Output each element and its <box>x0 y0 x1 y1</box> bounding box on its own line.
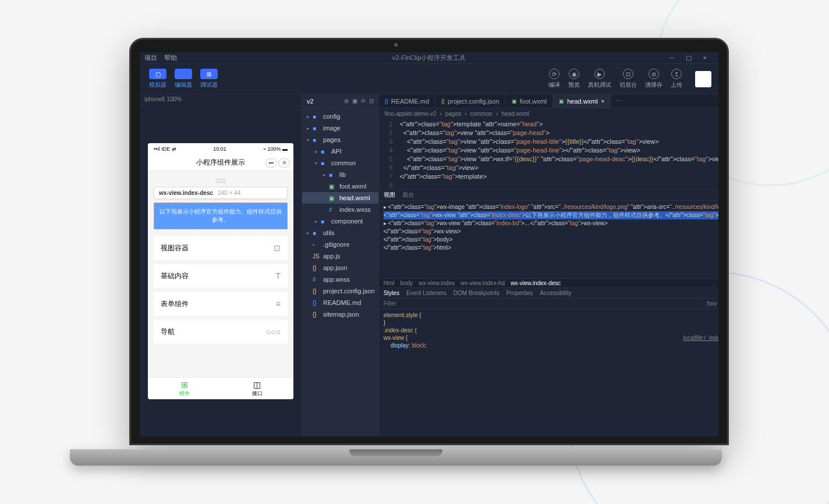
action-切后台[interactable]: ⊡切后台 <box>619 69 637 89</box>
breadcrumb-segment[interactable]: fino-applet-demo-v2 <box>385 111 437 117</box>
element-breadcrumb[interactable]: htmlbodywx-view.indexwx-view.index-hdwx-… <box>379 278 718 288</box>
component-item[interactable]: 导航○○○ <box>154 320 288 343</box>
tool-调试器[interactable]: ⊞调试器 <box>198 69 220 89</box>
editor-tab-head.wxml[interactable]: ▣head.wxml× <box>553 94 611 108</box>
styles-tab-Styles[interactable]: Styles <box>384 290 399 296</box>
tree-item-index.wxss[interactable]: #index.wxss <box>302 204 378 215</box>
element-node[interactable]: </"attr">class="tag">html> <box>384 244 718 252</box>
file-icon: ■ <box>329 172 337 178</box>
element-crumb[interactable]: body <box>401 280 413 286</box>
tab-more-icon[interactable]: ⋯ <box>611 94 626 108</box>
phone-simulator[interactable]: ••ıl IDE ⇌ 10:01 ⌁ 100% ▬ 小程序组件展示 ••• ⊙ <box>148 143 293 399</box>
component-icon: ○○○ <box>266 327 281 336</box>
tree-item-API[interactable]: ▸■API <box>302 145 378 157</box>
code-line[interactable]: <"attr">class="tag">view "attr">class="p… <box>400 129 718 137</box>
code-area[interactable]: 12345678 <"attr">class="tag">template "a… <box>379 119 718 189</box>
action-上传[interactable]: ↥上传 <box>671 69 682 89</box>
devtools-tab-视图[interactable]: 视图 <box>384 191 395 199</box>
tree-item-app.wxss[interactable]: #app.wxss <box>302 274 378 285</box>
phone-statusbar: ••ıl IDE ⇌ 10:01 ⌁ 100% ▬ <box>148 143 293 155</box>
tool-icon: ▢ <box>149 69 166 79</box>
highlighted-element[interactable]: 以下用展示小程序官方组件能力。组件样式仅供参考。 <box>154 203 288 229</box>
breadcrumb[interactable]: fino-applet-demo-v2 › pages › common › h… <box>379 108 718 119</box>
tool-编辑器[interactable]: 编辑器 <box>172 69 194 89</box>
tree-item-image[interactable]: ▸■image <box>302 122 378 134</box>
styles-tab-DOM Breakpoints[interactable]: DOM Breakpoints <box>454 290 499 296</box>
tree-item-head.wxml[interactable]: ▣head.wxml <box>302 192 378 204</box>
tree-item-common[interactable]: ▾■common <box>302 157 378 169</box>
component-item[interactable]: 表单组件≡ <box>154 292 288 315</box>
tree-item-README.md[interactable]: {}README.md <box>302 297 378 308</box>
element-node[interactable]: </"attr">class="tag">body> <box>384 236 718 244</box>
action-预览[interactable]: ◉预览 <box>568 69 580 89</box>
phone-tab-组件[interactable]: ⊞组件 <box>148 378 221 399</box>
code-line[interactable]: <"attr">class="tag">view "attr">wx:if="{… <box>400 155 718 164</box>
line-gutter: 12345678 <box>379 119 396 189</box>
collapse-icon[interactable]: ⊟ <box>369 98 374 104</box>
breadcrumb-segment[interactable]: head.wxml <box>501 111 529 117</box>
code-line[interactable]: </"attr">class="tag">template> <box>400 172 718 181</box>
code-line[interactable]: </"attr">class="tag">view> <box>400 164 718 172</box>
tool-模拟器[interactable]: ▢模拟器 <box>147 69 169 89</box>
css-selector: .index-desc { <box>384 327 417 333</box>
file-name: app.json <box>323 264 348 271</box>
element-crumb[interactable]: wx-view.index-hd <box>460 280 505 286</box>
styles-tab-Accessibility[interactable]: Accessibility <box>540 290 571 296</box>
editor-tab-foot.wxml[interactable]: ▣foot.wxml <box>506 94 553 108</box>
breadcrumb-segment[interactable]: pages <box>445 111 461 117</box>
element-crumb[interactable]: wx-view.index <box>419 280 455 286</box>
tree-item-config[interactable]: ▸■config <box>302 111 378 122</box>
css-property[interactable]: display: block; <box>384 342 718 349</box>
file-icon: ▣ <box>512 98 517 104</box>
styles-tab-Event Listeners[interactable]: Event Listeners <box>406 290 447 296</box>
tree-item-utils[interactable]: ▸■utils <box>302 227 378 239</box>
code-line[interactable]: <"attr">class="tag">template "attr">name… <box>400 120 718 129</box>
element-node[interactable]: </"attr">class="tag">wx-view> <box>384 228 718 236</box>
element-crumb[interactable]: html <box>384 280 395 286</box>
toolbar: ▢模拟器编辑器⊞调试器 ⟳编译◉预览▶真机调试⊡切后台⊘清缓存↥上传 <box>140 64 718 94</box>
css-rules[interactable]: element.style {}.index-desc {</span></di… <box>379 309 718 375</box>
breadcrumb-segment[interactable]: common <box>470 111 493 117</box>
element-node[interactable]: <"attr">class="tag">wx-view "attr">class… <box>384 211 718 219</box>
component-item[interactable]: 基础内容T <box>154 264 288 288</box>
action-清缓存[interactable]: ⊘清缓存 <box>645 69 663 89</box>
tree-item-app.js[interactable]: JSapp.js <box>302 250 378 262</box>
file-name: app.js <box>323 253 340 260</box>
editor-tab-README.md[interactable]: {}README.md <box>379 94 435 108</box>
tree-item-.gitignore[interactable]: ▫.gitignore <box>302 239 378 250</box>
phone-tab-接口[interactable]: ◫接口 <box>221 378 293 399</box>
element-node[interactable]: ▸ <"attr">class="tag">wx-view "attr">cla… <box>384 219 718 228</box>
avatar[interactable] <box>695 71 711 87</box>
action-真机调试[interactable]: ▶真机调试 <box>588 69 611 89</box>
tree-item-pages[interactable]: ▾■pages <box>302 134 378 145</box>
tree-item-sitemap.json[interactable]: {}sitemap.json <box>302 308 378 320</box>
chevron-icon: › <box>465 111 466 117</box>
component-item[interactable]: 视图容器⊡ <box>154 236 288 260</box>
element-node[interactable]: ▸ <"attr">class="tag">wx-image "attr">cl… <box>384 203 718 211</box>
styles-filter-input[interactable] <box>384 300 706 307</box>
tree-item-component[interactable]: ▸■component <box>302 215 378 227</box>
elements-tree[interactable]: ▸ <"attr">class="tag">wx-image "attr">cl… <box>379 201 718 278</box>
devtools-tab-后台[interactable]: 后台 <box>402 191 414 199</box>
css-source[interactable]: localfile:/_index.css:2 <box>683 334 718 342</box>
file-tree[interactable]: ▸■config▸■image▾■pages▸■API▾■common▸■lib… <box>302 108 378 436</box>
new-file-icon[interactable]: ⊕ <box>344 98 349 104</box>
filter-option[interactable]: :hov <box>706 300 717 307</box>
element-crumb[interactable]: wx-view.index-desc <box>511 280 561 286</box>
tree-item-lib[interactable]: ▸■lib <box>302 169 378 180</box>
tree-item-project.config.json[interactable]: {}project.config.json <box>302 285 378 297</box>
code-line[interactable]: <"attr">class="tag">view "attr">class="p… <box>400 137 718 146</box>
refresh-icon[interactable]: ⟳ <box>361 98 366 104</box>
close-circle-icon[interactable]: ⊙ <box>278 158 290 168</box>
menu-dots-icon[interactable]: ••• <box>265 158 277 168</box>
file-name: common <box>331 159 356 166</box>
tree-item-foot.wxml[interactable]: ▣foot.wxml <box>302 180 378 192</box>
action-编译[interactable]: ⟳编译 <box>548 69 560 89</box>
tree-item-app.json[interactable]: {}app.json <box>302 262 378 274</box>
editor-tab-project.config.json[interactable]: {}project.config.json <box>435 94 506 108</box>
styles-tab-Properties[interactable]: Properties <box>506 290 533 296</box>
editor-panel: {}README.md{}project.config.json▣foot.wx… <box>379 94 718 436</box>
close-tab-icon[interactable]: × <box>601 98 604 104</box>
code-line[interactable]: <"attr">class="tag">view "attr">class="p… <box>400 146 718 155</box>
new-folder-icon[interactable]: ▣ <box>352 98 357 104</box>
